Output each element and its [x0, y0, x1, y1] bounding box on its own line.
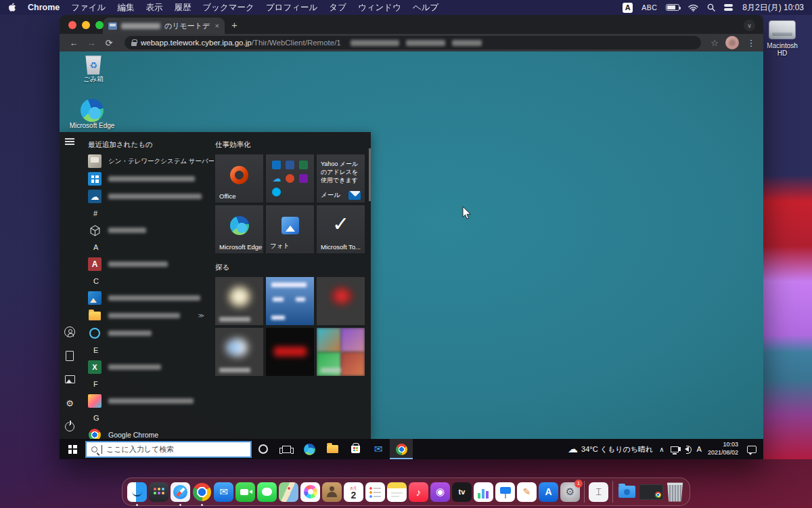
file-explorer-icon[interactable] [321, 439, 344, 459]
speaker-icon[interactable] [685, 446, 689, 452]
dock-pages-icon[interactable]: ✎ [517, 482, 537, 502]
section-header-hash[interactable]: # [88, 205, 214, 221]
menu-profiles[interactable]: プロフィール [266, 2, 317, 14]
wifi-icon[interactable] [688, 4, 698, 12]
close-window-button[interactable] [68, 21, 76, 29]
remote-desktop-viewport[interactable]: ♻ ごみ箱 Microsoft Edge ⚙ 最近追加されたもの [60, 51, 763, 459]
taskbar-clock[interactable]: 10:03 2021/08/02 [708, 441, 738, 457]
settings-gear-icon[interactable]: ⚙ [64, 398, 75, 408]
section-header-c[interactable]: C [88, 273, 214, 289]
back-button[interactable]: ← [66, 38, 81, 48]
dock-archive-utility-icon[interactable]: ⌶ [589, 482, 608, 502]
battery-icon[interactable] [666, 4, 679, 11]
dock-launchpad-icon[interactable] [149, 482, 168, 502]
dock-downloads-folder-icon[interactable] [617, 482, 637, 502]
dock-messages-icon[interactable] [257, 482, 277, 502]
apple-logo-icon[interactable] [8, 3, 16, 12]
taskbar-search-box[interactable]: ここに入力して検索 [85, 441, 252, 458]
menu-history[interactable]: 履歴 [174, 2, 191, 14]
dock-appletv-icon[interactable]: tv [452, 482, 472, 502]
mail-app-icon[interactable]: ✉ [367, 439, 390, 459]
hamburger-menu-icon[interactable] [65, 138, 74, 145]
macintosh-hd-icon[interactable]: Macintosh HD [765, 20, 800, 57]
tile-todo[interactable]: ✓ Microsoft To... [317, 205, 365, 253]
tile-edge[interactable]: Microsoft Edge [215, 205, 263, 253]
section-header-g[interactable]: G [88, 410, 214, 426]
explore-tile-1[interactable] [215, 277, 263, 325]
app-item-redacted[interactable] [88, 289, 214, 307]
explore-tile-6[interactable] [317, 328, 365, 376]
address-bar[interactable]: webapp.telework.cyber.ipa.go.jp/Thir/Web… [125, 36, 701, 49]
reload-button[interactable]: ⟳ [102, 38, 116, 48]
new-tab-button[interactable]: + [231, 19, 238, 30]
dock-minimized-window[interactable] [639, 484, 663, 500]
dock-reminders-icon[interactable] [365, 482, 385, 502]
app-item-folder-redacted[interactable]: ≫ [88, 307, 214, 324]
app-item-uninstaller[interactable]: シン・テレワークシステム サーバー のアンインス... [88, 152, 214, 170]
dock-podcasts-icon[interactable]: ◉ [430, 482, 450, 502]
explore-tile-5[interactable] [266, 328, 314, 376]
menu-tab[interactable]: タブ [329, 2, 346, 14]
menu-file[interactable]: ファイル [71, 2, 106, 14]
dock-maps-icon[interactable] [279, 482, 298, 502]
tile-yahoo-mail[interactable]: Yahoo メールのアドレスを使用できます メール [317, 154, 365, 203]
start-menu-scrollbar[interactable] [369, 148, 371, 201]
taskbar-chrome-icon[interactable] [390, 439, 413, 459]
user-account-icon[interactable] [64, 326, 75, 337]
tab-close-icon[interactable]: × [215, 22, 219, 30]
menu-help[interactable]: ヘルプ [413, 2, 438, 14]
input-mode-label[interactable]: ABC [641, 3, 657, 12]
expand-chevron-icon[interactable]: ≫ [198, 312, 204, 319]
power-icon[interactable] [64, 421, 75, 432]
tab-search-button[interactable]: ∨ [744, 20, 755, 31]
menubar-app-name[interactable]: Chrome [28, 3, 60, 12]
browser-tab[interactable]: のリモートデ × [103, 18, 225, 34]
dock-photos-icon[interactable] [300, 482, 320, 502]
dock-mail-icon[interactable]: ✉ [214, 482, 233, 502]
app-item-redacted[interactable] [88, 392, 214, 410]
app-item-redacted[interactable]: A [88, 255, 214, 273]
input-source-icon[interactable]: A [623, 3, 633, 13]
edge-desktop-icon[interactable]: Microsoft Edge [68, 99, 116, 129]
task-view-button[interactable] [275, 439, 298, 459]
dock-numbers-icon[interactable] [474, 482, 493, 502]
section-header-a[interactable]: A [88, 239, 214, 255]
bookmark-star-icon[interactable]: ☆ [710, 38, 719, 48]
section-header-e[interactable]: E [88, 342, 214, 358]
menu-window[interactable]: ウィンドウ [358, 2, 401, 14]
section-header-f[interactable]: F [88, 376, 214, 392]
app-item-google-chrome[interactable]: Google Chrome [88, 426, 214, 439]
zoom-window-button[interactable] [95, 21, 104, 29]
dock-finder-icon[interactable] [127, 482, 147, 502]
dock-trash-icon[interactable] [665, 482, 685, 502]
lock-icon[interactable] [131, 42, 137, 46]
dock-facetime-icon[interactable] [235, 482, 255, 502]
pictures-icon[interactable] [64, 374, 75, 385]
app-item-redacted[interactable] [88, 324, 214, 342]
app-item-redacted[interactable] [88, 221, 214, 239]
profile-avatar[interactable] [725, 36, 739, 49]
menu-edit[interactable]: 編集 [117, 2, 134, 14]
spotlight-icon[interactable] [707, 3, 715, 12]
action-center-icon[interactable] [747, 446, 757, 453]
documents-icon[interactable] [64, 350, 75, 361]
tile-office-apps[interactable]: ☁ [266, 154, 314, 203]
tile-office[interactable]: Office [215, 154, 263, 203]
menu-view[interactable]: 表示 [145, 2, 162, 14]
explore-tile-2[interactable] [266, 277, 314, 325]
forward-button[interactable]: → [84, 38, 99, 48]
microsoft-store-icon[interactable] [344, 439, 367, 459]
network-icon[interactable] [671, 446, 679, 452]
cortana-button[interactable] [252, 439, 275, 459]
dock-music-icon[interactable]: ♪ [409, 482, 428, 502]
ime-indicator[interactable]: A [697, 445, 702, 453]
explore-tile-3[interactable] [317, 277, 365, 325]
menu-bookmarks[interactable]: ブックマーク [202, 2, 254, 14]
chrome-menu-icon[interactable]: ⋮ [746, 38, 757, 48]
dock-calendar-icon[interactable]: 8月 2 [344, 482, 363, 502]
explore-tile-4[interactable] [215, 328, 263, 376]
hidden-icons-chevron[interactable]: ∧ [659, 446, 664, 453]
minimize-window-button[interactable] [82, 21, 90, 29]
weather-widget[interactable]: ☁ 34°C くもりのち晴れ [568, 443, 653, 455]
dock-system-preferences-icon[interactable]: ⚙1 [560, 482, 580, 502]
